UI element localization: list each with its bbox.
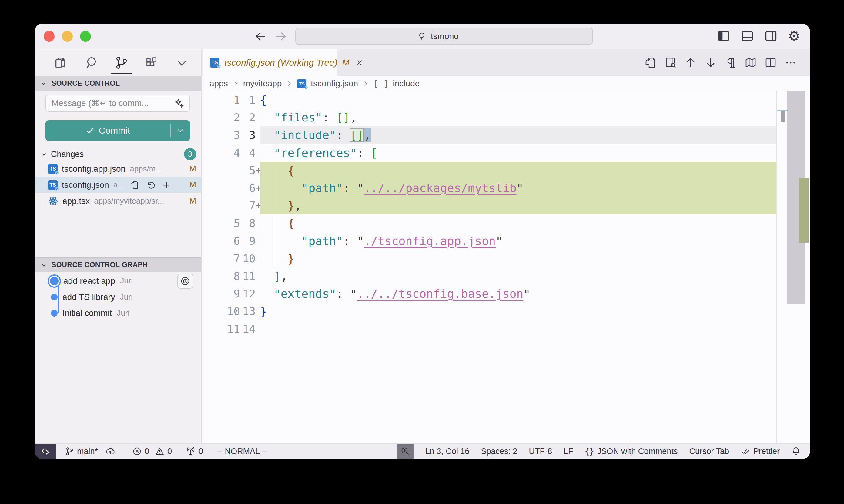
ports-status-item[interactable]: 0 xyxy=(186,447,203,456)
old-line-number: 2 xyxy=(202,109,240,126)
close-tab-icon[interactable] xyxy=(355,58,364,67)
toggle-secondary-sidebar-icon[interactable] xyxy=(764,30,778,43)
toggle-panel-icon[interactable] xyxy=(741,30,754,43)
code-line-content[interactable]: "extends": "../../tsconfig.base.json" xyxy=(260,285,777,303)
breadcrumb-apps[interactable]: apps xyxy=(209,79,228,88)
code-line[interactable]: 10 13 } xyxy=(202,303,777,320)
back-arrow-icon[interactable] xyxy=(255,31,266,41)
breadcrumb-tsconfig[interactable]: tsconfig.json xyxy=(311,79,358,88)
previous-change-arrow-up-icon[interactable] xyxy=(685,57,697,69)
commit-row[interactable]: add TS library Juri xyxy=(35,289,201,305)
search-view-icon[interactable] xyxy=(82,54,100,72)
code-line-content[interactable]: "include": [], xyxy=(260,126,777,144)
maximize-window-button[interactable] xyxy=(80,31,91,42)
close-window-button[interactable] xyxy=(44,31,55,42)
code-line-content[interactable]: { xyxy=(260,214,777,232)
code-line-content[interactable]: } xyxy=(260,303,777,320)
code-line-content[interactable]: "references": [ xyxy=(260,144,777,162)
code-line[interactable]: 8 11 ], xyxy=(202,267,777,285)
code-line-content[interactable]: { xyxy=(260,91,777,109)
eol-item[interactable]: LF xyxy=(564,447,573,456)
source-control-view-icon[interactable] xyxy=(112,54,131,72)
source-control-graph-header[interactable]: SOURCE CONTROL GRAPH xyxy=(35,257,201,272)
graph-section-title: SOURCE CONTROL GRAPH xyxy=(52,261,148,269)
more-views-chevron-icon[interactable] xyxy=(173,54,191,72)
inline-view-search-icon[interactable] xyxy=(665,57,677,69)
commit-dropdown-chevron-icon[interactable] xyxy=(171,127,190,134)
remote-indicator-icon[interactable] xyxy=(35,444,56,459)
code-line-content[interactable]: "path": "../../packages/mytslib" xyxy=(260,179,777,197)
code-line[interactable]: 4 4 "references": [ xyxy=(202,144,777,162)
commit-message-input[interactable] xyxy=(51,98,174,108)
code-line[interactable]: 5 + { xyxy=(202,162,777,179)
search-input[interactable] xyxy=(431,32,470,41)
discard-changes-icon[interactable] xyxy=(146,181,155,190)
code-line[interactable]: 5 8 { xyxy=(202,214,777,232)
changed-file-row[interactable]: TS⚙ tsconfig.app.json apps/m... M xyxy=(35,161,201,177)
commit-button[interactable]: Commit xyxy=(46,120,190,141)
changes-header[interactable]: Changes 3 xyxy=(35,147,201,161)
next-change-arrow-down-icon[interactable] xyxy=(705,57,717,69)
problems-status-item[interactable]: 0 0 xyxy=(133,447,172,456)
code-line-content[interactable]: }, xyxy=(260,197,777,214)
open-file-icon[interactable] xyxy=(131,181,139,190)
breadcrumb-include[interactable]: include xyxy=(393,79,420,88)
code-line[interactable]: 3 3 "include": [], xyxy=(202,126,777,144)
commit-message-box[interactable] xyxy=(46,94,190,112)
cursor-position-item[interactable]: Ln 3, Col 16 xyxy=(425,447,470,456)
code-line[interactable]: 6 9 "path": "./tsconfig.app.json" xyxy=(202,232,777,250)
source-control-section-header[interactable]: SOURCE CONTROL xyxy=(35,76,201,91)
code-line-content[interactable] xyxy=(260,320,777,338)
more-actions-icon[interactable] xyxy=(785,57,797,69)
code-line[interactable]: 11 14 xyxy=(202,320,777,338)
map-minimap-icon[interactable] xyxy=(744,57,757,69)
changed-file-row[interactable]: TS⚙ app.tsx apps/myviteapp/sr... M xyxy=(35,193,201,209)
forward-arrow-icon[interactable] xyxy=(275,31,287,41)
window-controls xyxy=(44,31,91,42)
encoding-item[interactable]: UTF-8 xyxy=(529,447,552,456)
code-line[interactable]: 6 + "path": "../../packages/mytslib" xyxy=(202,179,777,197)
split-editor-icon[interactable] xyxy=(764,57,777,69)
diff-editor[interactable]: 1 1 { 2 2 "files": [], xyxy=(202,91,810,444)
zoom-indicator[interactable] xyxy=(397,444,414,459)
encoding-text: UTF-8 xyxy=(529,447,552,456)
branch-status-item[interactable]: main* xyxy=(65,446,116,456)
extensions-icon[interactable] xyxy=(142,54,161,72)
tab-tsconfig-working-tree[interactable]: TS⚙ tsconfig.json (Working Tree) M xyxy=(203,49,338,76)
gear-overlay-icon: ⚙ xyxy=(55,186,59,192)
code-line[interactable]: 2 2 "files": [], xyxy=(202,109,777,126)
sparkle-ai-icon[interactable] xyxy=(174,98,185,109)
overview-ruler[interactable] xyxy=(776,91,810,444)
whitespace-pilcrow-icon[interactable] xyxy=(725,57,737,69)
cursor-tab-item[interactable]: Cursor Tab xyxy=(689,447,729,456)
language-mode-item[interactable]: {} JSON with Comments xyxy=(585,447,678,456)
code-line-content[interactable]: "files": [], xyxy=(260,109,777,126)
code-line[interactable]: 7 + }, xyxy=(202,197,777,214)
code-line-content[interactable]: { xyxy=(260,162,777,179)
code-line[interactable]: 9 12 "extends": "../../tsconfig.base.jso… xyxy=(202,285,777,303)
commit-row[interactable]: Initial commit Juri xyxy=(35,305,201,321)
breadcrumb-myviteapp[interactable]: myviteapp xyxy=(243,79,282,88)
branch-name: main* xyxy=(77,447,98,456)
commit-row[interactable]: add react app Juri xyxy=(35,273,201,289)
code-line[interactable]: 1 1 { xyxy=(202,91,777,109)
explorer-icon[interactable] xyxy=(52,54,70,72)
publish-cloud-icon[interactable] xyxy=(105,446,116,456)
indentation-item[interactable]: Spaces: 2 xyxy=(481,447,517,456)
goto-head-target-icon[interactable] xyxy=(177,273,193,289)
code-line[interactable]: 7 10 } xyxy=(202,250,777,267)
toggle-primary-sidebar-icon[interactable] xyxy=(717,30,730,43)
notifications-bell-icon[interactable] xyxy=(791,447,801,456)
code-line-content[interactable]: "path": "./tsconfig.app.json" xyxy=(260,232,777,250)
formatter-item[interactable]: Prettier xyxy=(741,447,780,456)
minimize-window-button[interactable] xyxy=(62,31,73,42)
command-center-search[interactable] xyxy=(295,28,593,45)
vim-mode-indicator[interactable]: -- NORMAL -- xyxy=(217,447,267,456)
open-changes-file-icon[interactable] xyxy=(644,57,657,69)
code-line-content[interactable]: ], xyxy=(260,267,777,285)
changed-file-row[interactable]: TS⚙ tsconfig.json a... M xyxy=(35,177,201,193)
code-line-content[interactable]: } xyxy=(260,250,777,267)
stage-changes-plus-icon[interactable] xyxy=(162,181,171,190)
settings-gear-icon[interactable]: ⚙ xyxy=(788,29,800,43)
broadcast-antenna-icon xyxy=(186,447,195,456)
